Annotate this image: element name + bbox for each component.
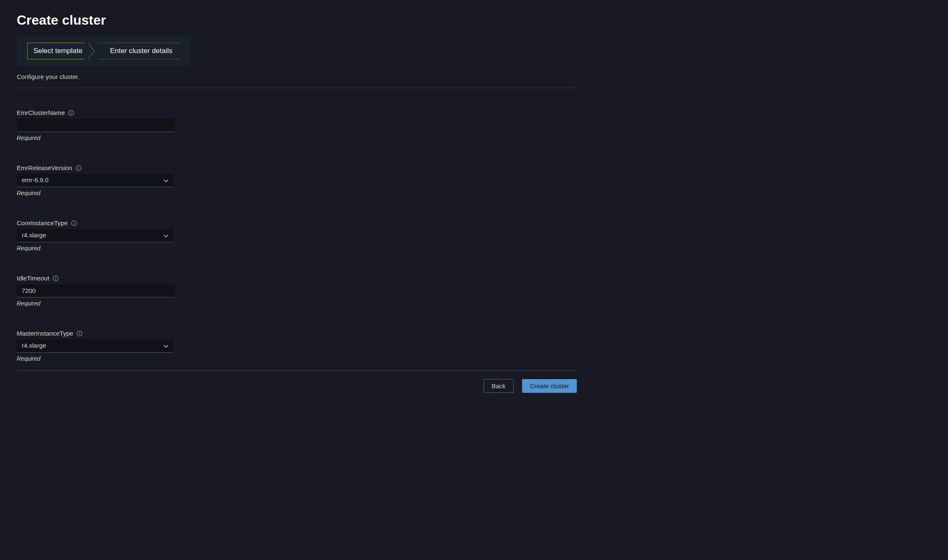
svg-rect-11 [55, 278, 56, 280]
chevron-right-icon [88, 43, 95, 59]
cluster-name-label: EmrClusterName [17, 109, 65, 116]
svg-rect-8 [74, 223, 74, 224]
release-version-select[interactable]: emr-6.9.0 [17, 174, 173, 187]
svg-rect-5 [78, 168, 79, 169]
info-icon[interactable] [76, 165, 82, 171]
idle-timeout-helper: Required [17, 300, 577, 307]
master-instance-label: MasterInstanceType [17, 330, 73, 337]
create-cluster-button[interactable]: Create cluster [522, 379, 577, 393]
back-button[interactable]: Back [484, 379, 513, 393]
form-group-release-version: EmrReleaseVersion emr-6.9.0 Required [17, 164, 577, 196]
idle-timeout-label: IdleTimeout [17, 275, 49, 282]
info-icon[interactable] [76, 331, 82, 336]
svg-point-7 [74, 221, 74, 222]
form-group-core-instance: CoreInstanceType r4.xlarge Required [17, 219, 577, 252]
divider [17, 370, 577, 371]
form-group-cluster-name: EmrClusterName Required [17, 109, 577, 141]
cluster-name-input[interactable] [17, 119, 175, 132]
core-instance-select[interactable]: r4.xlarge [17, 229, 173, 242]
wizard-step-select-template[interactable]: Select template [27, 43, 90, 59]
wizard-step-1-label: Select template [33, 47, 82, 55]
cluster-name-helper: Required [17, 135, 577, 141]
footer-actions: Back Create cluster [17, 379, 577, 393]
svg-point-13 [79, 332, 80, 333]
master-instance-select[interactable]: r4.xlarge [17, 339, 173, 353]
core-instance-helper: Required [17, 245, 577, 252]
wizard-steps: Select template Enter cluster details [17, 36, 191, 66]
svg-rect-14 [79, 333, 79, 335]
core-instance-label: CoreInstanceType [17, 219, 68, 227]
form-group-master-instance: MasterInstanceType r4.xlarge Required [17, 330, 577, 362]
info-icon[interactable] [68, 110, 74, 116]
wizard-step-2-label: Enter cluster details [110, 47, 172, 55]
release-version-label: EmrReleaseVersion [17, 164, 72, 171]
wizard-step-enter-details[interactable]: Enter cluster details [98, 43, 181, 59]
page-subtitle: Configure your cluster. [17, 73, 577, 80]
info-icon[interactable] [53, 275, 59, 281]
page-title: Create cluster [17, 13, 577, 28]
svg-point-10 [55, 277, 56, 277]
svg-point-4 [78, 166, 79, 167]
info-icon[interactable] [71, 220, 77, 226]
release-version-helper: Required [17, 190, 577, 196]
svg-point-1 [71, 111, 71, 112]
form-group-idle-timeout: IdleTimeout Required [17, 275, 577, 307]
divider [17, 88, 577, 88]
svg-rect-2 [71, 112, 71, 114]
master-instance-helper: Required [17, 355, 577, 362]
idle-timeout-input[interactable] [17, 284, 175, 298]
